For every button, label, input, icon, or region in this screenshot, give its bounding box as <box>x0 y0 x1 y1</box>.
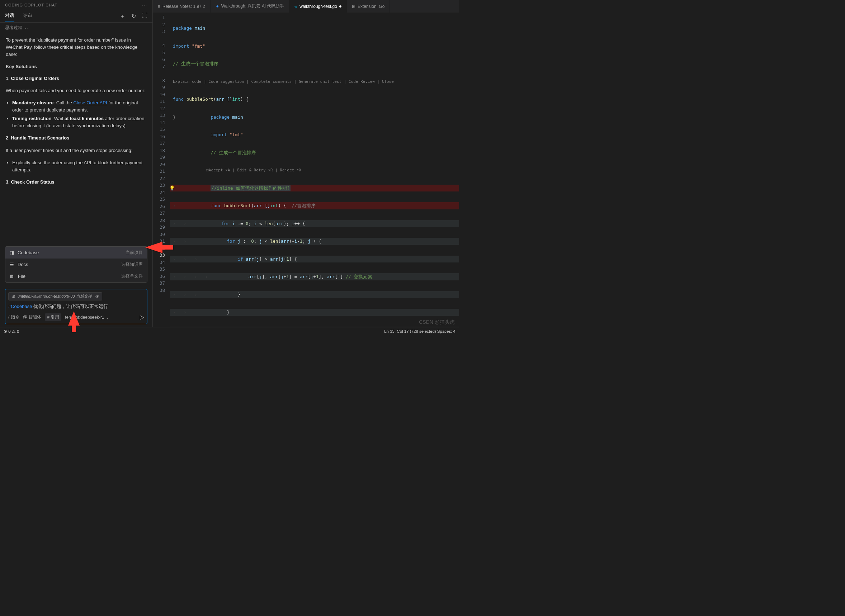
li-mandatory: Mandatory closure: Call the Close Order … <box>12 99 147 114</box>
heading-key-solutions: Key Solutions <box>6 63 147 70</box>
codelens-row[interactable]: Explain code | Code suggestion | Complet… <box>170 78 459 85</box>
chat-input[interactable]: 🗎 untitled:walkthrough-test.go:8-33 当前文件… <box>5 289 147 324</box>
cmd-hint[interactable]: / 指令 <box>8 314 19 320</box>
chat-input-text[interactable]: #Codebase 优化代码问题，让代码可以正常运行 <box>5 302 147 312</box>
heading-close-orders: 1. Close Original Orders <box>6 76 59 81</box>
modified-dot-icon <box>339 5 342 7</box>
heading-timeout: 2. Handle Timeout Scenarios <box>6 135 69 141</box>
tab-ext-go[interactable]: ⊞Extension: Go <box>347 0 390 13</box>
p-timeout: If a user payment times out and the syst… <box>6 147 147 154</box>
send-icon[interactable]: ▷ <box>140 314 144 321</box>
status-position[interactable]: Ln 33, Col 17 (728 selected) Spaces: 4 <box>384 329 455 333</box>
lightbulb-icon[interactable]: 💡 <box>169 185 175 192</box>
codebase-icon: ◨ <box>10 250 14 255</box>
tab-dialog[interactable]: 对话 <box>5 10 14 22</box>
attach-file[interactable]: 🗎File 选择单文件 <box>5 270 147 282</box>
ref-hint[interactable]: # 引用 <box>45 313 61 321</box>
li-timing: Timing restriction: Wait at least 5 minu… <box>12 115 147 129</box>
line-gutter: 1234567 8910111213141516 171819202122232… <box>153 13 170 327</box>
editor-area[interactable]: 1234567 8910111213141516 171819202122232… <box>153 13 459 327</box>
chat-intro: To prevent the "duplicate payment for or… <box>6 37 147 58</box>
editor-side: ≡Release Notes: 1.97.2 ✦Walkthrough: 腾讯云… <box>153 0 459 327</box>
new-chat-icon[interactable]: ＋ <box>120 13 126 20</box>
attach-docs[interactable]: ☰Docs 选择知识库 <box>5 258 147 270</box>
agent-hint[interactable]: @ 智能体 <box>23 314 42 320</box>
chat-panel: CODING COPILOT CHAT ··· 对话 评审 ＋ ↻ ⛶ 思考过程… <box>0 0 153 327</box>
codelens-inline[interactable]: ⏍Accept ⌥A | Edit & Retry ⌥R | Reject ⌥X <box>170 167 459 174</box>
attach-menu: ◨Codebase 当前项目 ☰Docs 选择知识库 🗎File 选择单文件 <box>5 246 147 283</box>
li-timeout: Explicitly close the order using the API… <box>12 159 147 173</box>
tab-test-go[interactable]: ∞walkthrough-test.go <box>289 0 347 13</box>
expand-icon[interactable]: ⛶ <box>142 13 147 20</box>
context-chip[interactable]: 🗎 untitled:walkthrough-test.go:8-33 当前文件… <box>8 292 102 301</box>
thinking-toggle[interactable]: 思考过程 ︿ <box>0 23 153 33</box>
tabs-bar: ≡Release Notes: 1.97.2 ✦Walkthrough: 腾讯云… <box>153 0 459 13</box>
status-problems[interactable]: ⊗ 0 ⚠ 0 <box>4 329 19 334</box>
history-icon[interactable]: ↻ <box>131 13 136 20</box>
docs-icon: ☰ <box>10 262 14 267</box>
chat-title: CODING COPILOT CHAT <box>5 3 57 7</box>
model-select[interactable]: tencent:deepseek-r1 ⌄ <box>65 315 109 320</box>
heading-check-status: 3. Check Order Status <box>6 179 54 185</box>
p-close-orders: When payment fails and you need to gener… <box>6 87 147 94</box>
file-icon: 🗎 <box>10 274 14 279</box>
statusbar: ⊗ 0 ⚠ 0 Ln 33, Col 17 (728 selected) Spa… <box>0 327 459 335</box>
watermark: CSDN @猫头虎 <box>419 319 455 326</box>
code-body[interactable]: package main import "fmt" // 生成一个冒泡排序 Ex… <box>170 13 459 327</box>
more-icon[interactable]: ··· <box>142 3 147 7</box>
tab-walkthrough[interactable]: ✦Walkthrough: 腾讯云 AI 代码助手 <box>211 0 290 13</box>
tab-review[interactable]: 评审 <box>23 10 32 22</box>
chat-body: To prevent the "duplicate payment for or… <box>0 33 153 327</box>
link-close-order-api[interactable]: Close Order API <box>73 100 107 106</box>
tab-release-notes[interactable]: ≡Release Notes: 1.97.2 <box>153 0 211 13</box>
attach-codebase[interactable]: ◨Codebase 当前项目 <box>5 247 147 258</box>
